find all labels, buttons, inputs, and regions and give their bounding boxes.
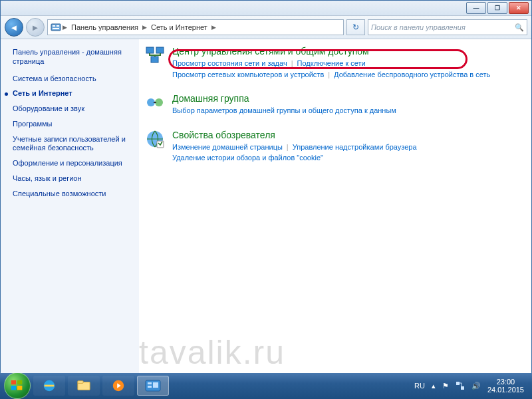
- sublink[interactable]: Выбор параметров домашней группы и общег…: [172, 106, 396, 114]
- svg-rect-11: [11, 380, 16, 384]
- taskbar-mediaplayer-icon[interactable]: [102, 376, 134, 396]
- chevron-right-icon: ▶: [63, 24, 67, 31]
- sidebar-item[interactable]: Оборудование и звук: [13, 104, 131, 114]
- sidebar-item[interactable]: Программы: [13, 120, 131, 129]
- svg-rect-1: [53, 25, 55, 27]
- svg-rect-5: [156, 47, 164, 53]
- tray-time: 23:00: [487, 378, 524, 386]
- taskbar-ie-icon[interactable]: [33, 376, 65, 396]
- sidebar-item[interactable]: Сеть и Интернет: [13, 89, 131, 98]
- category-sublinks: Выбор параметров домашней группы и общег…: [172, 105, 396, 116]
- back-button[interactable]: ◄: [5, 18, 23, 37]
- category-icon: [144, 128, 166, 150]
- sidebar-item[interactable]: Система и безопасность: [13, 74, 131, 84]
- category-section: Центр управления сетями и общим доступом…: [144, 45, 518, 80]
- minimize-button[interactable]: —: [466, 2, 486, 14]
- tray-network-icon[interactable]: [456, 381, 465, 390]
- sidebar: Панель управления - домашняя страница Си…: [1, 39, 139, 373]
- titlebar: — ❐ ✕: [1, 1, 531, 16]
- search-input[interactable]: Поиск в панели управления 🔍: [368, 19, 527, 35]
- tray-flag-icon[interactable]: ⚑: [442, 382, 449, 390]
- sidebar-heading[interactable]: Панель управления - домашняя страница: [13, 47, 131, 66]
- svg-rect-12: [17, 380, 22, 384]
- svg-rect-23: [153, 382, 158, 388]
- taskbar: RU ▴ ⚑ 🔊 23:00 24.01.2015: [0, 372, 532, 399]
- sidebar-list: Система и безопасностьСеть и ИнтернетОбо…: [13, 74, 131, 199]
- tray-chevron-icon[interactable]: ▴: [432, 382, 436, 390]
- close-button[interactable]: ✕: [509, 2, 529, 14]
- sidebar-item[interactable]: Учетные записи пользователей и семейная …: [13, 135, 131, 154]
- sublink[interactable]: Подключение к сети: [297, 59, 366, 67]
- chevron-right-icon: ▶: [211, 24, 216, 31]
- tray-lang[interactable]: RU: [414, 382, 425, 390]
- chevron-right-icon: ▶: [142, 24, 147, 31]
- main-panel: Центр управления сетями и общим доступом…: [139, 39, 531, 373]
- svg-rect-4: [146, 47, 154, 53]
- maximize-button[interactable]: ❐: [487, 2, 507, 14]
- sidebar-item[interactable]: Часы, язык и регион: [13, 174, 131, 184]
- content-body: Панель управления - домашняя страница Си…: [1, 39, 531, 373]
- svg-rect-2: [57, 25, 59, 27]
- category-icon: [144, 45, 166, 66]
- svg-rect-14: [17, 386, 22, 390]
- sublink[interactable]: Просмотр сетевых компьютеров и устройств: [172, 70, 324, 78]
- category-title[interactable]: Свойства обозревателя: [172, 130, 417, 140]
- start-button[interactable]: [4, 372, 31, 399]
- separator: |: [287, 59, 297, 67]
- navbar: ◄ ► ▶ Панель управления ▶ Сеть и Интерне…: [1, 16, 531, 39]
- taskbar-explorer-icon[interactable]: [68, 376, 100, 396]
- category-title[interactable]: Домашняя группа: [172, 93, 396, 104]
- control-panel-icon: [51, 22, 61, 33]
- search-icon: 🔍: [515, 23, 524, 32]
- category-icon: [144, 92, 166, 113]
- breadcrumb-root[interactable]: Панель управления: [68, 23, 141, 31]
- refresh-button[interactable]: ↻: [346, 19, 365, 35]
- watermark: tavalik.ru: [139, 333, 285, 372]
- sidebar-item[interactable]: Специальные возможности: [13, 190, 131, 199]
- svg-rect-24: [456, 382, 460, 385]
- category-section: Свойства обозревателяИзменение домашней …: [144, 128, 518, 164]
- tray-clock[interactable]: 23:00 24.01.2015: [487, 378, 524, 394]
- tray-volume-icon[interactable]: 🔊: [471, 382, 481, 390]
- category-sublinks: Изменение домашней страницы|Управление н…: [172, 142, 417, 164]
- svg-rect-22: [148, 386, 152, 388]
- sublink[interactable]: Управление надстройками браузера: [293, 143, 417, 151]
- tray-date: 24.01.2015: [487, 386, 524, 394]
- svg-rect-6: [151, 57, 158, 63]
- sidebar-item[interactable]: Оформление и персонализация: [13, 159, 131, 168]
- category-section: Домашняя группаВыбор параметров домашней…: [144, 92, 518, 116]
- separator: |: [324, 70, 334, 78]
- svg-rect-17: [78, 381, 83, 384]
- sublink[interactable]: Удаление истории обзора и файлов "cookie…: [172, 154, 323, 162]
- category-sublinks: Просмотр состояния сети и задач|Подключе…: [172, 58, 490, 80]
- taskbar-controlpanel-icon[interactable]: [137, 376, 169, 396]
- forward-button[interactable]: ►: [26, 18, 45, 37]
- breadcrumb-section[interactable]: Сеть и Интернет: [148, 23, 210, 31]
- sublink[interactable]: Изменение домашней страницы: [172, 143, 283, 151]
- search-placeholder: Поиск в панели управления: [371, 23, 466, 31]
- svg-rect-21: [148, 382, 152, 384]
- separator: |: [283, 143, 293, 151]
- sublink[interactable]: Добавление беспроводного устройства в се…: [334, 70, 490, 78]
- breadcrumb[interactable]: ▶ Панель управления ▶ Сеть и Интернет ▶: [47, 19, 344, 35]
- svg-rect-13: [11, 386, 16, 390]
- svg-rect-0: [51, 24, 61, 31]
- explorer-window: — ❐ ✕ ◄ ► ▶ Панель управления ▶ Сеть и И…: [0, 0, 532, 372]
- system-tray: RU ▴ ⚑ 🔊 23:00 24.01.2015: [414, 378, 528, 394]
- category-title[interactable]: Центр управления сетями и общим доступом: [172, 46, 490, 57]
- sublink[interactable]: Просмотр состояния сети и задач: [172, 59, 287, 67]
- svg-rect-3: [53, 28, 59, 29]
